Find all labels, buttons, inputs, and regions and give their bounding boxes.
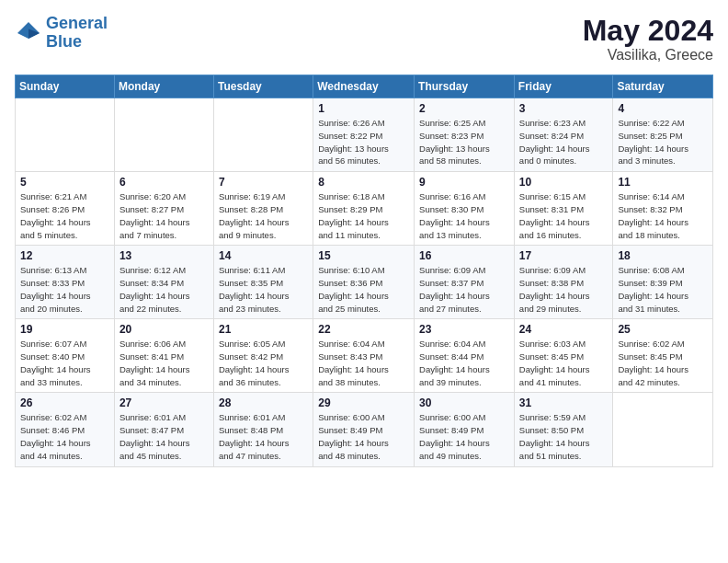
logo-line2: Blue xyxy=(46,32,82,51)
day-number: 8 xyxy=(318,176,409,189)
calendar-table: SundayMondayTuesdayWednesdayThursdayFrid… xyxy=(15,75,713,466)
day-info: Sunrise: 6:16 AM Sunset: 8:30 PM Dayligh… xyxy=(419,190,509,241)
day-number: 2 xyxy=(419,102,509,115)
day-number: 29 xyxy=(318,396,409,409)
calendar-cell: 19Sunrise: 6:07 AM Sunset: 8:40 PM Dayli… xyxy=(16,319,115,393)
day-info: Sunrise: 6:13 AM Sunset: 8:33 PM Dayligh… xyxy=(20,264,109,315)
page-header: General Blue May 2024 Vasilika, Greece xyxy=(15,15,713,63)
day-number: 19 xyxy=(20,323,109,336)
day-info: Sunrise: 6:09 AM Sunset: 8:38 PM Dayligh… xyxy=(519,264,609,315)
logo: General Blue xyxy=(15,15,108,52)
day-info: Sunrise: 6:21 AM Sunset: 8:26 PM Dayligh… xyxy=(20,190,109,241)
day-number: 23 xyxy=(419,323,509,336)
calendar-cell: 24Sunrise: 6:03 AM Sunset: 8:45 PM Dayli… xyxy=(514,319,613,393)
weekday-saturday: Saturday xyxy=(613,75,713,98)
calendar-cell: 18Sunrise: 6:08 AM Sunset: 8:39 PM Dayli… xyxy=(613,246,713,319)
day-info: Sunrise: 6:08 AM Sunset: 8:39 PM Dayligh… xyxy=(618,264,708,315)
calendar-cell: 4Sunrise: 6:22 AM Sunset: 8:25 PM Daylig… xyxy=(613,98,713,172)
day-number: 20 xyxy=(119,323,209,336)
day-info: Sunrise: 6:00 AM Sunset: 8:49 PM Dayligh… xyxy=(419,411,509,462)
calendar-cell: 25Sunrise: 6:02 AM Sunset: 8:45 PM Dayli… xyxy=(613,319,713,393)
weekday-tuesday: Tuesday xyxy=(213,75,313,98)
calendar-cell: 30Sunrise: 6:00 AM Sunset: 8:49 PM Dayli… xyxy=(415,393,515,466)
weekday-wednesday: Wednesday xyxy=(313,75,415,98)
calendar-cell: 1Sunrise: 6:26 AM Sunset: 8:22 PM Daylig… xyxy=(313,98,415,172)
calendar-cell: 26Sunrise: 6:02 AM Sunset: 8:46 PM Dayli… xyxy=(16,393,115,466)
calendar-cell: 10Sunrise: 6:15 AM Sunset: 8:31 PM Dayli… xyxy=(514,172,613,246)
day-info: Sunrise: 6:02 AM Sunset: 8:45 PM Dayligh… xyxy=(618,338,708,388)
calendar-cell: 6Sunrise: 6:20 AM Sunset: 8:27 PM Daylig… xyxy=(114,172,213,246)
day-number: 9 xyxy=(419,176,509,189)
day-info: Sunrise: 6:07 AM Sunset: 8:40 PM Dayligh… xyxy=(20,338,109,388)
calendar-cell: 29Sunrise: 6:00 AM Sunset: 8:49 PM Dayli… xyxy=(313,393,415,466)
day-info: Sunrise: 6:04 AM Sunset: 8:44 PM Dayligh… xyxy=(419,338,509,388)
calendar-cell xyxy=(213,98,313,172)
day-number: 26 xyxy=(20,396,109,409)
week-row-4: 19Sunrise: 6:07 AM Sunset: 8:40 PM Dayli… xyxy=(16,319,713,393)
day-number: 21 xyxy=(219,323,308,336)
calendar-cell: 22Sunrise: 6:04 AM Sunset: 8:43 PM Dayli… xyxy=(313,319,415,393)
day-number: 17 xyxy=(519,249,609,262)
calendar-cell: 7Sunrise: 6:19 AM Sunset: 8:28 PM Daylig… xyxy=(213,172,313,246)
day-number: 24 xyxy=(519,323,609,336)
day-info: Sunrise: 5:59 AM Sunset: 8:50 PM Dayligh… xyxy=(519,411,609,462)
calendar-cell: 21Sunrise: 6:05 AM Sunset: 8:42 PM Dayli… xyxy=(213,319,313,393)
week-row-2: 5Sunrise: 6:21 AM Sunset: 8:26 PM Daylig… xyxy=(16,172,713,246)
day-number: 11 xyxy=(618,176,708,189)
day-info: Sunrise: 6:01 AM Sunset: 8:47 PM Dayligh… xyxy=(119,411,209,462)
logo-text: General Blue xyxy=(46,15,108,52)
calendar-cell: 12Sunrise: 6:13 AM Sunset: 8:33 PM Dayli… xyxy=(16,246,115,319)
day-info: Sunrise: 6:06 AM Sunset: 8:41 PM Dayligh… xyxy=(119,338,209,388)
calendar-cell: 11Sunrise: 6:14 AM Sunset: 8:32 PM Dayli… xyxy=(613,172,713,246)
day-number: 3 xyxy=(519,102,609,115)
day-info: Sunrise: 6:22 AM Sunset: 8:25 PM Dayligh… xyxy=(618,117,708,167)
day-number: 4 xyxy=(618,102,708,115)
calendar-cell: 8Sunrise: 6:18 AM Sunset: 8:29 PM Daylig… xyxy=(313,172,415,246)
day-info: Sunrise: 6:04 AM Sunset: 8:43 PM Dayligh… xyxy=(318,338,409,388)
day-number: 12 xyxy=(20,249,109,262)
weekday-thursday: Thursday xyxy=(415,75,515,98)
week-row-5: 26Sunrise: 6:02 AM Sunset: 8:46 PM Dayli… xyxy=(16,393,713,466)
day-info: Sunrise: 6:11 AM Sunset: 8:35 PM Dayligh… xyxy=(219,264,308,315)
day-number: 1 xyxy=(318,102,409,115)
calendar-cell: 13Sunrise: 6:12 AM Sunset: 8:34 PM Dayli… xyxy=(114,246,213,319)
day-info: Sunrise: 6:01 AM Sunset: 8:48 PM Dayligh… xyxy=(219,411,308,462)
day-info: Sunrise: 6:10 AM Sunset: 8:36 PM Dayligh… xyxy=(318,264,409,315)
day-info: Sunrise: 6:03 AM Sunset: 8:45 PM Dayligh… xyxy=(519,338,609,388)
day-number: 14 xyxy=(219,249,308,262)
calendar-cell: 14Sunrise: 6:11 AM Sunset: 8:35 PM Dayli… xyxy=(213,246,313,319)
calendar-cell: 5Sunrise: 6:21 AM Sunset: 8:26 PM Daylig… xyxy=(16,172,115,246)
day-number: 25 xyxy=(618,323,708,336)
day-number: 5 xyxy=(20,176,109,189)
calendar-cell: 20Sunrise: 6:06 AM Sunset: 8:41 PM Dayli… xyxy=(114,319,213,393)
weekday-header-row: SundayMondayTuesdayWednesdayThursdayFrid… xyxy=(16,75,713,98)
calendar-cell: 15Sunrise: 6:10 AM Sunset: 8:36 PM Dayli… xyxy=(313,246,415,319)
day-info: Sunrise: 6:00 AM Sunset: 8:49 PM Dayligh… xyxy=(318,411,409,462)
week-row-3: 12Sunrise: 6:13 AM Sunset: 8:33 PM Dayli… xyxy=(16,246,713,319)
weekday-sunday: Sunday xyxy=(16,75,115,98)
day-info: Sunrise: 6:05 AM Sunset: 8:42 PM Dayligh… xyxy=(219,338,308,388)
day-number: 15 xyxy=(318,249,409,262)
calendar-cell: 2Sunrise: 6:25 AM Sunset: 8:23 PM Daylig… xyxy=(415,98,515,172)
day-info: Sunrise: 6:25 AM Sunset: 8:23 PM Dayligh… xyxy=(419,117,509,167)
day-info: Sunrise: 6:12 AM Sunset: 8:34 PM Dayligh… xyxy=(119,264,209,315)
title-block: May 2024 Vasilika, Greece xyxy=(583,15,713,63)
day-info: Sunrise: 6:26 AM Sunset: 8:22 PM Dayligh… xyxy=(318,117,409,167)
calendar-cell xyxy=(16,98,115,172)
location: Vasilika, Greece xyxy=(583,47,713,63)
day-info: Sunrise: 6:19 AM Sunset: 8:28 PM Dayligh… xyxy=(219,190,308,241)
logo-icon xyxy=(15,19,42,47)
weekday-friday: Friday xyxy=(514,75,613,98)
day-info: Sunrise: 6:18 AM Sunset: 8:29 PM Dayligh… xyxy=(318,190,409,241)
calendar-cell: 27Sunrise: 6:01 AM Sunset: 8:47 PM Dayli… xyxy=(114,393,213,466)
day-number: 28 xyxy=(219,396,308,409)
day-number: 18 xyxy=(618,249,708,262)
day-number: 31 xyxy=(519,396,609,409)
day-info: Sunrise: 6:14 AM Sunset: 8:32 PM Dayligh… xyxy=(618,190,708,241)
day-info: Sunrise: 6:15 AM Sunset: 8:31 PM Dayligh… xyxy=(519,190,609,241)
calendar-cell: 17Sunrise: 6:09 AM Sunset: 8:38 PM Dayli… xyxy=(514,246,613,319)
calendar-cell: 23Sunrise: 6:04 AM Sunset: 8:44 PM Dayli… xyxy=(415,319,515,393)
month-title: May 2024 xyxy=(583,15,713,47)
calendar-cell: 9Sunrise: 6:16 AM Sunset: 8:30 PM Daylig… xyxy=(415,172,515,246)
calendar-cell: 31Sunrise: 5:59 AM Sunset: 8:50 PM Dayli… xyxy=(514,393,613,466)
